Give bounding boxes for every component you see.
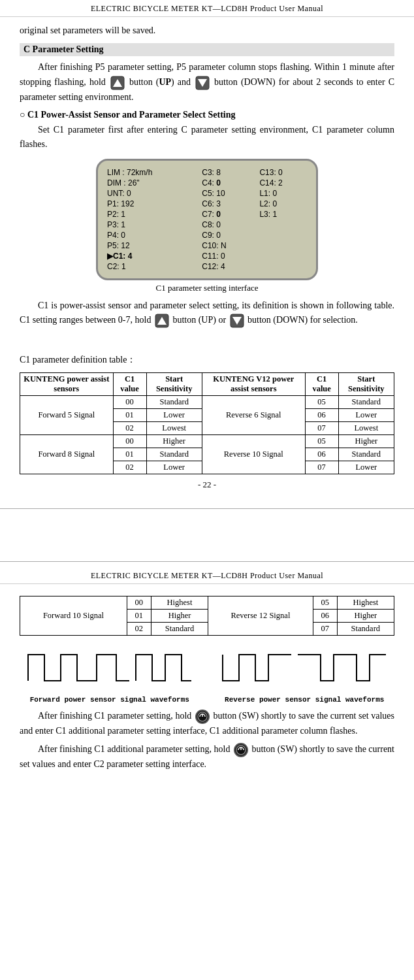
c1-val: 02 <box>127 623 151 636</box>
page2: ELECTRIC BICYCLE METER KT—LCD8H Product … <box>0 567 414 782</box>
c1-val: 06 <box>305 409 338 422</box>
sensor-forward8: Forward 8 Signal <box>20 435 114 474</box>
c1-val: 05 <box>305 396 338 409</box>
page1-header: ELECTRIC BICYCLE METER KT—LCD8H Product … <box>0 0 414 17</box>
waveform-section: Forward power sensor signal waveforms Re… <box>20 645 394 704</box>
sens-val: Lower <box>146 409 202 422</box>
sens-val: Higher <box>146 435 202 448</box>
c1-val: 01 <box>113 409 146 422</box>
lcd-cell: C9: 0 <box>198 230 255 240</box>
sens-val: Lowest <box>146 422 202 435</box>
lcd-display: LIM : 72km/h C3: 8 C13: 0 DIM : 26" C4: … <box>96 159 318 280</box>
c1-val: 07 <box>305 422 338 435</box>
page1-header-title: ELECTRIC BICYCLE METER KT—LCD8H Product … <box>91 4 323 13</box>
lcd-cell: P3: 1 <box>103 220 198 230</box>
sens-val: Lower <box>146 461 202 474</box>
c1-heading: ○ C1 Power-Assist Sensor and Parameter S… <box>20 110 394 120</box>
lcd-cell: C10: N <box>198 240 255 251</box>
lcd-cell <box>255 220 311 230</box>
c1-val: 06 <box>313 610 337 623</box>
lcd-cell: ▶C1: 4 <box>103 251 198 261</box>
sens-val: Standard <box>146 448 202 461</box>
th-c1-value: C1 value <box>113 373 146 396</box>
lcd-cell <box>255 230 311 240</box>
sens-val: Standard <box>338 396 394 409</box>
page2-header: ELECTRIC BICYCLE METER KT—LCD8H Product … <box>0 567 414 584</box>
sensor-reverse12: Reverse 12 Signal <box>208 596 313 636</box>
c-param-body: After finishing P5 parameter setting, P5… <box>20 60 394 105</box>
c1-val: 00 <box>113 396 146 409</box>
lcd-cell: P5: 12 <box>103 240 198 251</box>
c1-val: 05 <box>305 435 338 448</box>
sensor-forward5: Forward 5 Signal <box>20 396 114 435</box>
lcd-caption: C1 parameter setting interface <box>20 283 394 293</box>
lcd-cell: LIM : 72km/h <box>103 167 198 178</box>
lcd-cell: L1: 0 <box>255 188 311 199</box>
lcd-cell: C13: 0 <box>255 167 311 178</box>
after-c1-additional: After finishing C1 additional parameter … <box>38 744 230 754</box>
c1-val: 06 <box>305 448 338 461</box>
c1-val: 01 <box>113 448 146 461</box>
down-button-icon2 <box>230 314 244 328</box>
c1-body2c: button (DOWN) for selection. <box>247 315 358 325</box>
c1-body1: Set C1 parameter first after entering C … <box>20 123 394 152</box>
lcd-cell: C6: 3 <box>198 199 255 209</box>
sens-val: Higher <box>338 435 394 448</box>
after-c1-text1: After finishing C1 parameter setting, ho… <box>20 709 394 738</box>
c1-body2b: button (UP) or <box>172 315 226 325</box>
after-c1-additional-text: After finishing C1 additional parameter … <box>20 742 394 772</box>
sensor-reverse6: Reverse 6 Signal <box>202 396 305 435</box>
page-number: - 22 - <box>20 480 394 490</box>
forward-waveform-svg <box>25 645 195 691</box>
lcd-cell: UNT: 0 <box>103 188 198 199</box>
lcd-cell: C14: 2 <box>255 178 311 188</box>
c1-val: 07 <box>305 461 338 474</box>
c-param-up-label: button (UP) and <box>129 77 194 87</box>
lcd-cell: C7: 0 <box>198 209 255 220</box>
param-def-heading: C1 parameter definition table： <box>20 353 394 367</box>
sensor-forward10: Forward 10 Signal <box>20 596 127 636</box>
reverse-waveform-svg <box>219 645 389 691</box>
forward-waveform-block: Forward power sensor signal waveforms <box>20 645 200 704</box>
after-c1-body1: After finishing C1 parameter setting, ho… <box>38 711 191 721</box>
c1-val: 00 <box>127 596 151 610</box>
lcd-cell: C4: 0 <box>198 178 255 188</box>
c1-param-table: KUNTENG power assist sensors C1 value St… <box>20 372 394 474</box>
c1-val: 05 <box>313 596 337 610</box>
intro-text: original set parameters will be saved. <box>20 24 394 38</box>
c1-param-table2: Forward 10 Signal 00 Highest Reverse 12 … <box>20 596 394 636</box>
page-divider2 <box>0 561 414 562</box>
th-kunteng-sensors: KUNTENG power assist sensors <box>20 373 114 396</box>
th-kunteng-v12: KUNTENG V12 power assist sensors <box>202 373 305 396</box>
c-param-heading: C Parameter Setting <box>20 43 394 56</box>
c1-val: 02 <box>113 461 146 474</box>
lcd-cell <box>255 261 311 272</box>
sens-val: Standard <box>337 623 394 636</box>
sw-button-icon2 <box>234 743 248 757</box>
sens-val: Standard <box>146 396 202 409</box>
sw-button-icon <box>195 710 210 724</box>
page-container: ELECTRIC BICYCLE METER KT—LCD8H Product … <box>0 0 414 783</box>
sw-button-svg2 <box>236 745 246 755</box>
sens-val: Higher <box>151 610 208 623</box>
sens-val: Lowest <box>338 422 394 435</box>
th-start-sens2: Start Sensitivity <box>338 373 394 396</box>
c1-val: 00 <box>113 435 146 448</box>
up-button-icon <box>110 76 125 90</box>
page1-content: original set parameters will be saved. C… <box>0 17 414 503</box>
up-button-icon2 <box>155 314 169 328</box>
lcd-cell: L3: 1 <box>255 209 311 220</box>
sens-val: Lower <box>338 409 394 422</box>
c1-val: 02 <box>113 422 146 435</box>
c1-body2: C1 is power-assist sensor and parameter … <box>20 299 394 328</box>
lcd-cell: P1: 192 <box>103 199 198 209</box>
lcd-cell: C3: 8 <box>198 167 255 178</box>
sens-val: Highest <box>151 596 208 610</box>
sens-val: Standard <box>338 448 394 461</box>
lcd-cell: DIM : 26" <box>103 178 198 188</box>
c1-val: 01 <box>127 610 151 623</box>
lcd-cell: C2: 1 <box>103 261 198 272</box>
th-start-sens: Start Sensitivity <box>146 373 202 396</box>
sw-button-svg <box>197 711 208 722</box>
lcd-cell: P2: 1 <box>103 209 198 220</box>
